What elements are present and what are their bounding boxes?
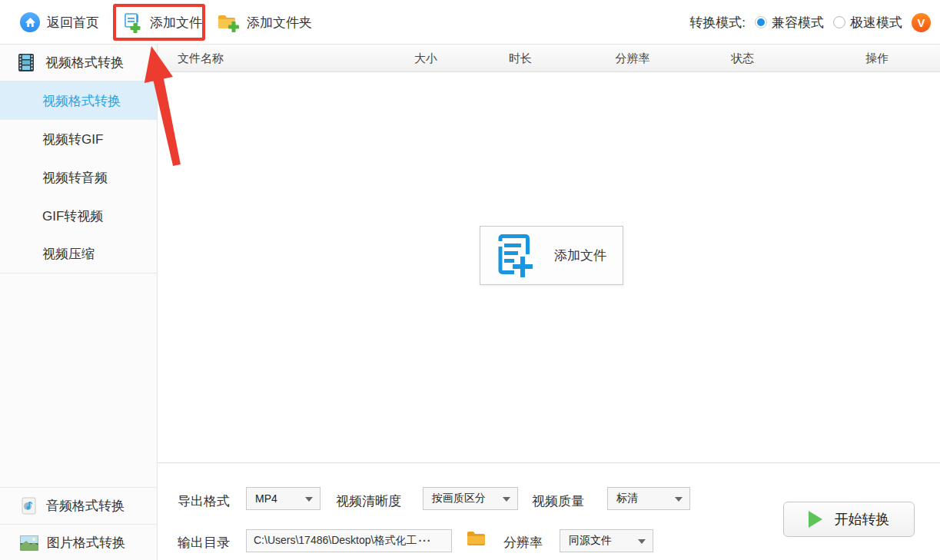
output-dir-value: C:\Users\17486\Desktop\格式化工: [254, 534, 417, 548]
sidebar-header-label: 视频格式转换: [45, 54, 124, 71]
chevron-down-icon: [305, 497, 313, 502]
sidebar: 视频格式转换 视频格式转换 视频转GIF 视频转音频 GIF转视频 视频压缩: [0, 45, 158, 560]
add-folder-button[interactable]: 添加文件夹: [218, 0, 312, 45]
mode-option-compatible[interactable]: 兼容模式: [755, 14, 824, 31]
sidebar-bottom-group: 音频格式转换 图片格式转换: [0, 487, 157, 560]
export-format-label: 导出格式: [178, 492, 230, 510]
file-list-area: 添加文件: [158, 72, 940, 462]
add-file-button[interactable]: 添加文件: [123, 0, 202, 45]
image-file-icon: [20, 535, 38, 551]
export-format-value: MP4: [255, 492, 277, 505]
open-folder-icon[interactable]: [466, 529, 487, 548]
clarity-label: 视频清晰度: [336, 492, 401, 510]
start-convert-button[interactable]: 开始转换: [783, 502, 915, 537]
output-dir-field[interactable]: C:\Users\17486\Desktop\格式化工 ···: [246, 529, 452, 552]
clarity-value: 按画质区分: [432, 492, 486, 505]
back-home-label: 返回首页: [47, 14, 99, 31]
mode-compatible-label: 兼容模式: [772, 14, 824, 31]
sidebar-header-video-convert: 视频格式转换: [0, 45, 157, 81]
export-format-select[interactable]: MP4: [246, 487, 321, 510]
vip-badge-icon[interactable]: V: [912, 13, 931, 32]
add-file-big-icon: [496, 234, 534, 277]
resolution-value: 同源文件: [569, 534, 612, 548]
sidebar-item-label: 图片格式转换: [47, 534, 125, 552]
radio-unselected-icon[interactable]: [833, 16, 845, 28]
quality-label: 视频质量: [532, 492, 584, 510]
film-strip-icon: [17, 53, 35, 72]
start-convert-label: 开始转换: [835, 510, 890, 529]
add-file-center-label: 添加文件: [554, 247, 606, 264]
top-toolbar: 返回首页 添加文件 添加文件: [0, 0, 940, 45]
chevron-down-icon: [638, 539, 646, 544]
col-size[interactable]: 大小: [414, 45, 437, 72]
output-dir-label: 输出目录: [178, 534, 230, 552]
settings-panel: 导出格式 MP4 视频清晰度 按画质区分 视频质量 标清 开始转换 输出目录 C…: [158, 462, 940, 560]
quality-value: 标清: [616, 492, 638, 505]
add-file-center-button[interactable]: 添加文件: [480, 226, 623, 285]
sidebar-item-label: GIF转视频: [42, 207, 103, 225]
convert-mode-group: 转换模式: 兼容模式 极速模式 V: [689, 0, 931, 45]
mode-option-fast[interactable]: 极速模式: [833, 14, 902, 31]
clarity-select[interactable]: 按画质区分: [423, 487, 518, 510]
col-resolution[interactable]: 分辨率: [616, 45, 650, 72]
sidebar-item-video-compress[interactable]: 视频压缩: [0, 235, 157, 273]
sidebar-item-label: 视频转GIF: [42, 131, 103, 148]
col-status[interactable]: 状态: [731, 45, 754, 72]
sidebar-item-label: 视频格式转换: [42, 92, 121, 110]
sidebar-item-video-format-convert[interactable]: 视频格式转换: [0, 81, 157, 120]
play-icon: [809, 511, 822, 528]
add-file-label: 添加文件: [150, 14, 202, 31]
video-converter-window: 返回首页 添加文件 添加文件: [0, 0, 940, 560]
mode-fast-label: 极速模式: [850, 14, 902, 31]
resolution-label: 分辨率: [503, 534, 543, 552]
col-operation[interactable]: 操作: [865, 45, 889, 72]
radio-selected-icon[interactable]: [755, 16, 767, 28]
add-folder-icon: [218, 12, 240, 33]
sidebar-item-label: 音频格式转换: [46, 497, 125, 515]
chevron-down-icon: [675, 497, 683, 502]
add-file-icon: [123, 12, 143, 33]
col-file-name[interactable]: 文件名称: [178, 45, 224, 72]
chevron-down-icon: [503, 497, 510, 502]
browse-more-button[interactable]: ···: [418, 535, 431, 547]
file-table-header: 文件名称 大小 时长 分辨率 状态 操作: [158, 45, 940, 72]
col-duration[interactable]: 时长: [509, 45, 532, 72]
sidebar-item-video-to-gif[interactable]: 视频转GIF: [0, 120, 157, 158]
back-home-button[interactable]: 返回首页: [20, 0, 99, 45]
audio-file-icon: [20, 497, 38, 515]
resolution-select[interactable]: 同源文件: [560, 529, 653, 552]
sidebar-item-gif-to-video[interactable]: GIF转视频: [0, 197, 157, 235]
add-folder-label: 添加文件夹: [247, 14, 312, 31]
sidebar-item-video-to-audio[interactable]: 视频转音频: [0, 158, 157, 197]
sidebar-item-label: 视频压缩: [42, 245, 95, 263]
sidebar-item-image-format-convert[interactable]: 图片格式转换: [0, 524, 157, 560]
sidebar-item-label: 视频转音频: [42, 169, 108, 187]
convert-mode-label: 转换模式:: [689, 14, 746, 31]
sidebar-item-audio-format-convert[interactable]: 音频格式转换: [0, 487, 157, 524]
home-icon: [20, 12, 40, 32]
quality-select[interactable]: 标清: [607, 487, 690, 510]
